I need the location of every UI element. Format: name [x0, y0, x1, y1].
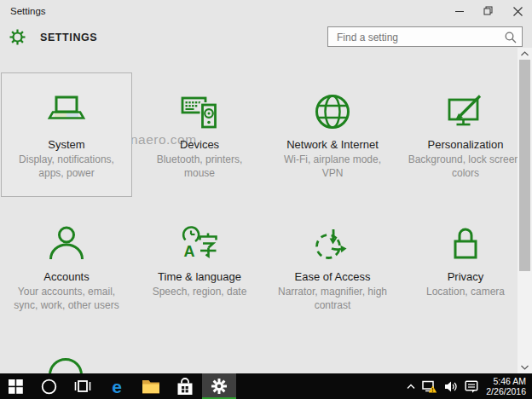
tile-devices[interactable]: Devices Bluetooth, printers, mouse	[134, 72, 265, 197]
restore-icon	[483, 6, 494, 16]
folder-icon	[142, 379, 160, 394]
close-icon	[513, 7, 523, 16]
tile-network-internet[interactable]: Network & Internet Wi-Fi, airplane mode,…	[267, 72, 398, 197]
action-center-button[interactable]	[461, 373, 482, 399]
monitor-brush-icon	[445, 91, 486, 132]
tile-description: Wi-Fi, airplane mode, VPN	[275, 153, 390, 181]
desktop-screen: Settings	[0, 0, 532, 399]
keyboard-speaker-icon	[178, 91, 221, 132]
tile-description: Display, notifications, apps, power	[9, 153, 124, 181]
ease-of-access-icon	[312, 223, 353, 264]
tile-accounts[interactable]: Accounts Your accounts, email, sync, wor…	[1, 205, 132, 329]
settings-gear-icon	[9, 29, 26, 45]
tile-privacy[interactable]: Privacy Location, camera	[400, 205, 531, 329]
scrollbar[interactable]	[518, 48, 532, 373]
system-tray: 5:46 AM 2/26/2016	[403, 373, 532, 399]
tile-description: Location, camera	[408, 286, 523, 299]
search-icon	[505, 32, 517, 43]
minimize-button[interactable]	[445, 0, 474, 22]
tile-personalization[interactable]: Personalization Background, lock screen,…	[400, 72, 531, 197]
taskbar: e	[0, 373, 532, 399]
tile-label: Privacy	[400, 270, 531, 283]
scroll-down-button[interactable]	[518, 361, 532, 373]
edge-icon: e	[112, 378, 122, 396]
task-view-icon	[73, 379, 92, 393]
tile-description: Bluetooth, printers, mouse	[142, 153, 257, 181]
tile-label: Ease of Access	[267, 270, 398, 283]
store-button[interactable]	[168, 373, 202, 399]
tile-label: System	[2, 138, 131, 151]
scrollbar-thumb[interactable]	[519, 60, 530, 271]
person-icon	[46, 223, 87, 264]
network-warning-icon	[422, 379, 437, 393]
clock[interactable]: 5:46 AM 2/26/2016	[486, 376, 526, 396]
clock-time: 5:46 AM	[486, 376, 526, 386]
padlock-icon	[445, 223, 486, 264]
laptop-icon	[45, 91, 88, 132]
settings-app-button[interactable]	[202, 373, 236, 399]
file-explorer-button[interactable]	[134, 373, 168, 399]
search-input[interactable]	[335, 28, 505, 47]
speaker-icon	[444, 380, 458, 393]
search-box[interactable]	[327, 26, 523, 47]
tile-description: Narrator, magnifier, high contrast	[275, 286, 390, 313]
close-button[interactable]	[503, 0, 532, 22]
tile-description: Your accounts, email, sync, work, other …	[9, 286, 124, 313]
tile-ease-of-access[interactable]: Ease of Access Narrator, magnifier, high…	[267, 205, 398, 329]
tile-label: Accounts	[1, 270, 132, 283]
volume-button[interactable]	[441, 373, 461, 399]
store-bag-icon	[176, 378, 194, 396]
chevron-up-icon	[407, 384, 415, 390]
start-button[interactable]	[0, 373, 32, 399]
tile-label: Devices	[134, 138, 265, 151]
globe-icon	[312, 91, 353, 132]
window-title: Settings	[10, 6, 46, 16]
windows-logo-icon	[9, 379, 23, 394]
maximize-button[interactable]	[474, 0, 503, 22]
titlebar: Settings	[0, 0, 532, 24]
task-view-button[interactable]	[66, 373, 100, 399]
gear-icon	[211, 378, 228, 395]
clock-language-icon: A	[178, 223, 221, 264]
network-status-button[interactable]	[419, 373, 441, 399]
page-title: SETTINGS	[40, 32, 97, 43]
minimize-icon	[455, 7, 465, 16]
tile-label: Personalization	[400, 138, 531, 151]
cortana-search-button[interactable]	[32, 373, 66, 399]
clock-date: 2/26/2016	[486, 386, 526, 396]
language-a-glyph: A	[184, 243, 195, 260]
cortana-circle-icon	[41, 379, 57, 395]
action-center-icon	[465, 379, 478, 393]
tile-system[interactable]: System Display, notifications, apps, pow…	[1, 72, 132, 197]
tile-label: Network & Internet	[267, 138, 398, 151]
tray-expand-button[interactable]	[403, 373, 419, 399]
tile-description: Speech, region, date	[142, 286, 257, 299]
scroll-up-button[interactable]	[518, 48, 532, 60]
tile-description: Background, lock screen, colors	[408, 153, 523, 181]
window-controls	[445, 0, 532, 22]
chevron-down-icon	[521, 365, 529, 370]
tile-label: Time & language	[134, 270, 265, 283]
edge-browser-button[interactable]: e	[100, 373, 134, 399]
tile-time-language[interactable]: A Time & language Speech, region, date	[134, 205, 265, 329]
chevron-up-icon	[521, 51, 529, 56]
